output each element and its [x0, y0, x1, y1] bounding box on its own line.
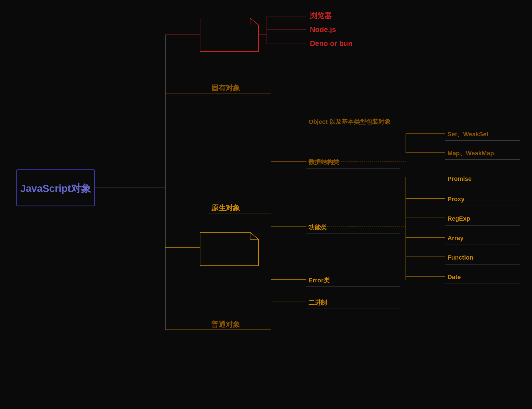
object-wrap-label: Object 以及基本类型包装对象: [309, 118, 391, 125]
intrinsic-label: 固有对象: [211, 84, 240, 92]
svg-rect-0: [0, 0, 532, 409]
diagram-svg: JavaScript对象 浏览器 Node.js Deno or bun: [0, 0, 532, 409]
ordinary-label: 普通对象: [211, 320, 240, 329]
browser-label: 浏览器: [310, 11, 332, 20]
regexp-label: RegExp: [448, 215, 470, 222]
deno-label: Deno or bun: [310, 39, 352, 48]
promise-label: Promise: [448, 175, 472, 182]
diagram-container: JavaScript对象 浏览器 Node.js Deno or bun: [0, 0, 532, 409]
set-weakset-label: Set、WeakSet: [448, 131, 489, 138]
data-struct-label: 数据结构类: [308, 159, 339, 166]
native-obj-label: 原生对象: [211, 204, 240, 212]
nodejs-label: Node.js: [310, 25, 336, 34]
map-weakmap-label: Map、WeakMap: [448, 150, 494, 157]
array-label: Array: [448, 235, 464, 242]
binary-label: 二进制: [309, 299, 327, 306]
functional-label: 功能类: [309, 224, 327, 231]
function-label: Function: [448, 254, 473, 261]
proxy-label: Proxy: [448, 196, 465, 203]
date-label: Date: [448, 274, 461, 280]
root-label: JavaScript对象: [20, 183, 91, 194]
error-label: Error类: [309, 277, 330, 284]
